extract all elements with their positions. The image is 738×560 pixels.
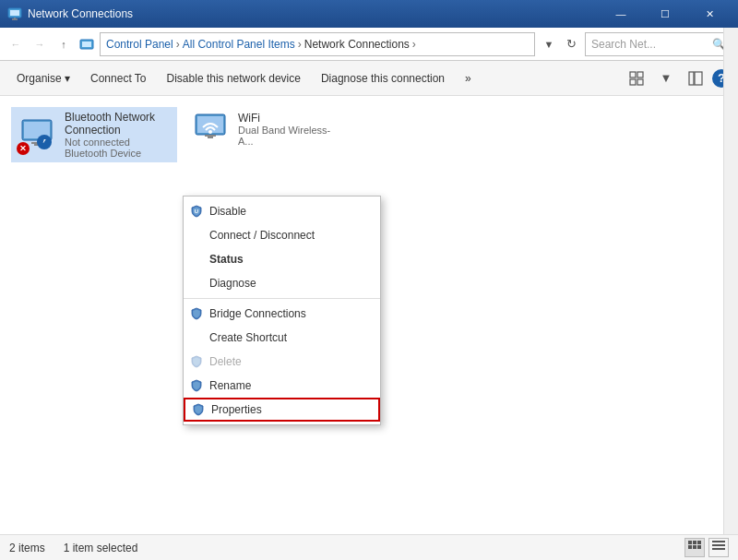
title-bar-controls: — ☐ ✕ [600, 0, 731, 28]
svg-rect-7 [637, 72, 643, 77]
menu-item-status[interactable]: Status [184, 247, 380, 271]
view-toggle-buttons [684, 538, 729, 557]
svg-rect-28 [693, 545, 696, 549]
shield-icon-properties [191, 402, 206, 417]
svg-rect-8 [630, 79, 636, 85]
pane-toggle-button[interactable] [683, 66, 708, 90]
status-bar: 2 items 1 item selected [0, 534, 738, 560]
title-bar: Network Connections — ☐ ✕ [0, 0, 738, 28]
svg-rect-30 [712, 541, 725, 542]
breadcrumb-control-panel[interactable]: Control Panel [106, 38, 173, 51]
svg-rect-25 [693, 541, 696, 544]
diagnose-button[interactable]: Diagnose this connection [312, 65, 454, 92]
menu-item-create-shortcut[interactable]: Create Shortcut [184, 326, 380, 350]
disconnected-badge: ✕ [17, 142, 30, 155]
organise-button[interactable]: Organise ▾ [7, 65, 79, 92]
address-bar: ← → ↑ Control Panel › All Control Panel … [0, 28, 738, 61]
window-title: Network Connections [28, 7, 600, 20]
forward-button[interactable]: → [30, 34, 50, 54]
breadcrumb-network-connections: Network Connections [304, 38, 410, 51]
wifi-item-info: WiFi Dual Band Wireless-A... [238, 112, 343, 147]
context-menu: U Disable Connect / Disconnect Status Di… [183, 196, 381, 425]
more-button[interactable]: » [456, 65, 481, 92]
bluetooth-item-type: Bluetooth Device [65, 148, 170, 159]
wifi-icon [192, 111, 229, 148]
svg-point-22 [208, 130, 212, 134]
menu-item-rename[interactable]: Rename [184, 374, 380, 398]
item-count: 2 items [9, 542, 45, 554]
bluetooth-item[interactable]: ⎖ ✕ Bluetooth Network Connection Not con… [11, 107, 177, 162]
wifi-item[interactable]: WiFi Dual Band Wireless-A... [184, 107, 351, 151]
svg-rect-5 [82, 42, 91, 47]
toolbar: Organise ▾ Connect To Disable this netwo… [0, 61, 738, 96]
breadcrumb[interactable]: Control Panel › All Control Panel Items … [100, 32, 535, 56]
more-label: » [465, 72, 471, 85]
svg-rect-26 [697, 541, 701, 544]
main-content: ⎖ ✕ Bluetooth Network Connection Not con… [0, 96, 738, 534]
menu-item-disable[interactable]: U Disable [184, 199, 380, 223]
view-options-button[interactable] [624, 66, 649, 90]
window-icon [7, 6, 22, 23]
list-view-button[interactable] [684, 538, 705, 557]
shield-icon-delete [189, 354, 204, 369]
bluetooth-item-status: Not connected [65, 137, 170, 148]
wifi-icon-area [192, 111, 229, 148]
toolbar-right: ▼ ? [624, 66, 731, 90]
disable-label: Disable this network device [167, 72, 301, 85]
menu-item-connect[interactable]: Connect / Disconnect [184, 223, 380, 247]
shield-icon-bridge [189, 306, 204, 321]
svg-rect-6 [630, 72, 636, 77]
svg-text:⎖: ⎖ [42, 137, 47, 148]
svg-rect-29 [697, 545, 701, 549]
svg-rect-27 [688, 545, 692, 549]
svg-rect-11 [695, 72, 702, 85]
connect-to-button[interactable]: Connect To [81, 65, 156, 92]
maximize-button[interactable]: ☐ [644, 0, 686, 28]
svg-rect-10 [689, 72, 694, 85]
disable-button[interactable]: Disable this network device [158, 65, 310, 92]
search-box[interactable]: Search Net... 🔍 [585, 32, 732, 56]
view-dropdown-button[interactable]: ▼ [653, 66, 679, 90]
svg-rect-9 [637, 79, 643, 85]
wifi-item-name: WiFi [238, 112, 343, 125]
diagnose-label: Diagnose this connection [321, 72, 445, 85]
organise-label: Organise ▾ [17, 72, 70, 85]
refresh-button[interactable]: ↻ [561, 34, 581, 54]
selected-count: 1 item selected [64, 542, 138, 554]
svg-rect-24 [688, 541, 692, 544]
up-button[interactable]: ↑ [54, 34, 74, 54]
search-placeholder: Search Net... [591, 38, 712, 51]
svg-text:U: U [195, 209, 198, 214]
wifi-item-status: Dual Band Wireless-A... [238, 125, 343, 147]
svg-rect-31 [712, 544, 725, 546]
detail-view-button[interactable] [708, 538, 729, 557]
back-button[interactable]: ← [6, 34, 26, 54]
minimize-button[interactable]: — [600, 0, 642, 28]
shield-icon-rename [189, 378, 204, 393]
dropdown-button[interactable]: ▼ [539, 34, 559, 54]
menu-item-bridge[interactable]: Bridge Connections [184, 302, 380, 326]
menu-item-properties[interactable]: Properties [184, 398, 380, 422]
bluetooth-item-name: Bluetooth Network Connection [65, 111, 170, 137]
svg-rect-21 [208, 137, 213, 138]
menu-separator-1 [184, 298, 380, 299]
breadcrumb-all-items[interactable]: All Control Panel Items [183, 38, 295, 51]
svg-rect-1 [10, 10, 19, 16]
location-icon [77, 35, 96, 54]
bluetooth-icon-area: ⎖ ✕ [18, 116, 55, 153]
close-button[interactable]: ✕ [688, 0, 731, 28]
bluetooth-item-info: Bluetooth Network Connection Not connect… [65, 111, 170, 159]
connect-to-label: Connect To [90, 72, 147, 85]
scrollbar[interactable] [723, 28, 738, 534]
svg-rect-32 [712, 548, 725, 550]
shield-icon-disable: U [189, 204, 204, 219]
menu-item-diagnose[interactable]: Diagnose [184, 271, 380, 295]
svg-rect-20 [205, 135, 216, 137]
menu-item-delete[interactable]: Delete [184, 350, 380, 374]
